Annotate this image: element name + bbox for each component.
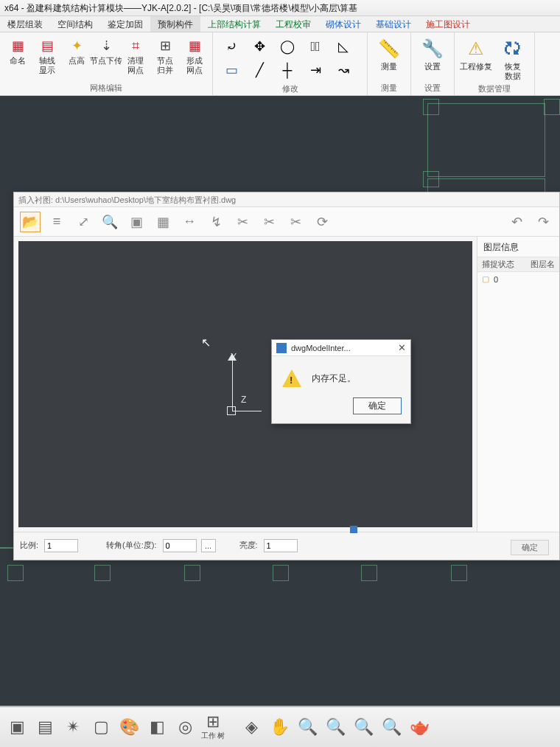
layer-toggle-icon[interactable]: ▢ [482, 274, 489, 284]
bt-color[interactable]: 🎨 [116, 710, 141, 744]
palette-icon: 🎨 [119, 718, 139, 736]
insert-ok-button[interactable]: 确定 [511, 540, 549, 555]
bright-input[interactable] [264, 539, 298, 552]
pick-icon[interactable]: ⤢ [73, 212, 94, 232]
btn-name[interactable]: ▦命名 [3, 34, 32, 67]
bright-label: 亮度: [239, 540, 258, 551]
grid-tool-icon[interactable]: ▦ [153, 212, 173, 232]
warning-icon [282, 369, 301, 387]
layer-icon[interactable]: ≡ [46, 212, 67, 232]
error-modal: dwgModelInter... ✕ 内存不足。 确定 [271, 339, 411, 424]
triangle-icon[interactable]: ◺ [331, 35, 356, 58]
open-file-icon[interactable]: 📂 [20, 212, 41, 232]
iso-icon: ◈ [245, 718, 258, 736]
divide-icon[interactable]: ┼ [275, 59, 300, 81]
ribbon-group-grid: ▦命名 ▤轴线 显示 ✦点高 ⇣节点下传 ⌗清理 网点 ⊞节点 归并 ▦形成 网… [0, 32, 213, 95]
menu-item[interactable]: 上部结构计算 [200, 16, 268, 32]
btn-height[interactable]: ✦点高 [62, 34, 91, 67]
bt-shadow[interactable]: ◧ [144, 710, 169, 744]
angle-more-button[interactable]: ... [201, 539, 216, 552]
bt-worktree[interactable]: ⊞工作 树 [200, 710, 225, 744]
bt-layer[interactable]: ▤ [32, 710, 57, 744]
path-icon[interactable]: ↝ [331, 59, 356, 81]
redo-icon[interactable]: ↷ [533, 212, 553, 232]
mirror-icon[interactable]: �⃒ [303, 35, 328, 58]
layer-info-pane: 图层信息 捕捉状态 图层名 ▢ 0 [477, 237, 559, 532]
insert-status-bar: 比例: 转角(单位:度): ... 亮度: 确定 [14, 532, 559, 558]
line-icon[interactable]: ╱ [247, 59, 272, 81]
zoom-fit-icon: 🔍 [326, 718, 346, 736]
bt-zoomwin[interactable]: 🔍 [351, 710, 376, 744]
restore-icon: 🗘 [500, 35, 526, 62]
layer-value: 0 [494, 275, 498, 284]
menu-item[interactable]: 空间结构 [50, 16, 100, 32]
slider-handle[interactable] [350, 526, 357, 533]
angle-label: 转角(单位:度): [106, 540, 156, 551]
link-icon[interactable]: ↯ [206, 212, 226, 232]
menu-item[interactable]: 工程校审 [268, 16, 318, 32]
menu-item[interactable]: 基础设计 [368, 16, 419, 32]
rotate-icon[interactable]: ⤾ [219, 35, 244, 58]
hand-icon: ✋ [270, 718, 290, 736]
modal-header[interactable]: dwgModelInter... ✕ [272, 340, 410, 356]
merge-icon: ⊞ [155, 35, 175, 56]
bt-snap[interactable]: ◎ [172, 710, 197, 744]
ratio-input[interactable] [44, 539, 78, 552]
refresh-icon[interactable]: ⟳ [312, 212, 332, 232]
ratio-label: 比例: [20, 540, 38, 551]
wrench-icon: 🔧 [419, 35, 446, 62]
menu-item[interactable]: 预制构件 [150, 16, 200, 32]
btn-node-down[interactable]: ⇣节点下传 [91, 34, 121, 67]
btn-axis[interactable]: ▤轴线 显示 [32, 34, 62, 77]
modal-ok-button[interactable]: 确定 [353, 397, 402, 414]
bt-zoomplus[interactable]: 🔍 [295, 710, 320, 744]
menu-item[interactable]: 砌体设计 [318, 16, 368, 32]
bt-box[interactable]: ▢ [88, 710, 113, 744]
menu-item[interactable]: 鉴定加固 [100, 16, 150, 32]
zoom-icon[interactable]: 🔍 [99, 212, 120, 232]
bt-iso[interactable]: ◈ [239, 710, 264, 744]
bottom-toolbar: ▣ ▤ ✴ ▢ 🎨 ◧ ◎ ⊞工作 树 ◈ ✋ 🔍 🔍 🔍 🔍 🫖 [0, 706, 560, 747]
menu-item[interactable]: 施工图设计 [419, 16, 477, 32]
cut-icon[interactable]: ✂ [232, 212, 253, 232]
menu-bar: 楼层组装 空间结构 鉴定加固 预制构件 上部结构计算 工程校审 砌体设计 基础设… [0, 16, 560, 32]
spray-icon: ✴ [66, 718, 80, 736]
col-capture: 捕捉状态 [482, 259, 531, 270]
layer-row[interactable]: ▢ 0 [477, 272, 559, 286]
cube-icon: ▣ [10, 718, 25, 736]
bt-teapot[interactable]: 🫖 [407, 710, 432, 744]
teapot-icon: 🫖 [410, 718, 430, 736]
layer-columns: 捕捉状态 图层名 [477, 257, 559, 272]
height-icon: ✦ [66, 35, 87, 56]
node-down-icon: ⇣ [96, 35, 116, 56]
axis-line [232, 411, 262, 411]
btn-settings[interactable]: 🔧设置 [414, 34, 451, 73]
arrow-icon[interactable]: ⇥ [303, 59, 328, 81]
bt-pan[interactable]: ✋ [267, 710, 292, 744]
btn-form[interactable]: ▦形成 网点 [180, 34, 209, 77]
move-icon[interactable]: ✥ [247, 35, 272, 58]
app-titlebar: x64 - 盈建科建筑结构计算模块——YJK-A[2.0.2] - [C:\吴昊… [0, 0, 560, 16]
group-label: 网格编辑 [3, 82, 209, 95]
angle-input[interactable] [163, 539, 197, 552]
close-icon[interactable]: ✕ [398, 342, 406, 353]
cut3-icon[interactable]: ✂ [285, 212, 306, 232]
btn-measure[interactable]: 📏测量 [371, 34, 407, 73]
cube-icon[interactable]: ▣ [126, 212, 147, 232]
bt-zoomfit[interactable]: 🔍 [323, 710, 348, 744]
cut2-icon[interactable]: ✂ [259, 212, 279, 232]
rect-icon[interactable]: ▭ [219, 59, 244, 81]
bt-spray[interactable]: ✴ [60, 710, 85, 744]
arrow-tool-icon[interactable]: ↔ [179, 212, 200, 232]
circle-icon[interactable]: ◯ [275, 35, 300, 58]
layer-icon: ▤ [38, 718, 53, 736]
menu-item[interactable]: 楼层组装 [0, 16, 50, 32]
bt-cube[interactable]: ▣ [4, 710, 29, 744]
insert-toolbar: 📂 ≡ ⤢ 🔍 ▣ ▦ ↔ ↯ ✂ ✂ ✂ ⟳ ↶ ↷ [14, 207, 559, 237]
btn-clean[interactable]: ⌗清理 网点 [121, 34, 150, 77]
bt-zoomhist[interactable]: 🔍 [379, 710, 404, 744]
btn-restore[interactable]: 🗘恢复 数据 [494, 34, 531, 83]
btn-repair[interactable]: ⚠工程修复 [458, 34, 494, 73]
btn-merge[interactable]: ⊞节点 归并 [150, 34, 180, 77]
undo-icon[interactable]: ↶ [506, 212, 527, 232]
